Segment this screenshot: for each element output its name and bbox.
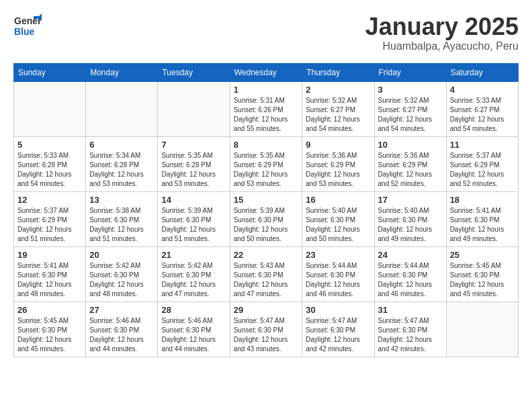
calendar-cell: 12Sunrise: 5:37 AM Sunset: 6:29 PM Dayli… — [14, 191, 86, 246]
day-number: 13 — [89, 195, 154, 205]
day-number: 14 — [161, 195, 226, 205]
weekday-header-thursday: Thursday — [302, 63, 374, 81]
day-info: Sunrise: 5:36 AM Sunset: 6:29 PM Dayligh… — [378, 151, 443, 189]
day-info: Sunrise: 5:43 AM Sunset: 6:30 PM Dayligh… — [234, 261, 299, 299]
day-number: 24 — [378, 250, 443, 260]
day-info: Sunrise: 5:45 AM Sunset: 6:30 PM Dayligh… — [17, 316, 82, 354]
calendar-cell: 5Sunrise: 5:33 AM Sunset: 6:28 PM Daylig… — [14, 136, 86, 191]
day-number: 9 — [306, 140, 370, 150]
day-number: 28 — [161, 305, 226, 315]
day-number: 18 — [450, 195, 515, 205]
calendar-cell: 23Sunrise: 5:44 AM Sunset: 6:30 PM Dayli… — [302, 246, 374, 302]
weekday-header-sunday: Sunday — [14, 63, 86, 81]
calendar-cell: 22Sunrise: 5:43 AM Sunset: 6:30 PM Dayli… — [230, 246, 302, 302]
calendar-cell: 20Sunrise: 5:42 AM Sunset: 6:30 PM Dayli… — [86, 246, 158, 302]
day-number: 30 — [306, 305, 370, 315]
day-number: 19 — [17, 250, 82, 260]
day-info: Sunrise: 5:32 AM Sunset: 6:27 PM Dayligh… — [378, 96, 443, 134]
day-info: Sunrise: 5:36 AM Sunset: 6:29 PM Dayligh… — [306, 151, 370, 189]
day-info: Sunrise: 5:35 AM Sunset: 6:28 PM Dayligh… — [161, 151, 226, 189]
day-info: Sunrise: 5:39 AM Sunset: 6:30 PM Dayligh… — [161, 206, 226, 244]
calendar-cell: 8Sunrise: 5:35 AM Sunset: 6:29 PM Daylig… — [230, 136, 302, 191]
weekday-header-wednesday: Wednesday — [230, 63, 302, 81]
day-number: 21 — [161, 250, 226, 260]
day-info: Sunrise: 5:42 AM Sunset: 6:30 PM Dayligh… — [161, 261, 226, 299]
calendar-week-5: 26Sunrise: 5:45 AM Sunset: 6:30 PM Dayli… — [14, 302, 519, 357]
day-info: Sunrise: 5:32 AM Sunset: 6:27 PM Dayligh… — [306, 96, 370, 134]
page-header: General Blue January 2025 Huambalpa, Aya… — [13, 13, 519, 52]
month-title: January 2025 — [365, 13, 519, 40]
calendar-cell — [158, 81, 230, 136]
day-info: Sunrise: 5:45 AM Sunset: 6:30 PM Dayligh… — [450, 261, 515, 299]
calendar-cell: 30Sunrise: 5:47 AM Sunset: 6:30 PM Dayli… — [302, 302, 374, 357]
calendar-cell — [86, 81, 158, 136]
calendar-cell: 31Sunrise: 5:47 AM Sunset: 6:30 PM Dayli… — [374, 302, 446, 357]
weekday-header-friday: Friday — [374, 63, 446, 81]
day-info: Sunrise: 5:41 AM Sunset: 6:30 PM Dayligh… — [17, 261, 82, 299]
day-number: 27 — [89, 305, 154, 315]
svg-text:Blue: Blue — [14, 26, 35, 37]
calendar-cell: 2Sunrise: 5:32 AM Sunset: 6:27 PM Daylig… — [302, 81, 374, 136]
weekday-header-tuesday: Tuesday — [158, 63, 230, 81]
day-number: 29 — [234, 305, 299, 315]
day-info: Sunrise: 5:46 AM Sunset: 6:30 PM Dayligh… — [89, 316, 154, 354]
day-info: Sunrise: 5:47 AM Sunset: 6:30 PM Dayligh… — [234, 316, 299, 354]
day-number: 23 — [306, 250, 370, 260]
day-number: 2 — [306, 85, 370, 95]
day-info: Sunrise: 5:40 AM Sunset: 6:30 PM Dayligh… — [378, 206, 443, 244]
day-info: Sunrise: 5:31 AM Sunset: 6:26 PM Dayligh… — [234, 96, 299, 134]
day-info: Sunrise: 5:34 AM Sunset: 6:28 PM Dayligh… — [89, 151, 154, 189]
calendar-cell: 7Sunrise: 5:35 AM Sunset: 6:28 PM Daylig… — [158, 136, 230, 191]
day-number: 1 — [234, 85, 299, 95]
calendar-cell: 25Sunrise: 5:45 AM Sunset: 6:30 PM Dayli… — [446, 246, 518, 302]
calendar-cell: 15Sunrise: 5:39 AM Sunset: 6:30 PM Dayli… — [230, 191, 302, 246]
day-number: 15 — [234, 195, 299, 205]
day-number: 22 — [234, 250, 299, 260]
calendar-cell: 19Sunrise: 5:41 AM Sunset: 6:30 PM Dayli… — [14, 246, 86, 302]
day-number: 4 — [450, 85, 515, 95]
day-number: 25 — [450, 250, 515, 260]
day-number: 20 — [89, 250, 154, 260]
day-info: Sunrise: 5:37 AM Sunset: 6:29 PM Dayligh… — [450, 151, 515, 189]
calendar-cell: 1Sunrise: 5:31 AM Sunset: 6:26 PM Daylig… — [230, 81, 302, 136]
calendar-cell — [14, 81, 86, 136]
calendar-cell: 13Sunrise: 5:38 AM Sunset: 6:30 PM Dayli… — [86, 191, 158, 246]
weekday-header-saturday: Saturday — [446, 63, 518, 81]
day-info: Sunrise: 5:42 AM Sunset: 6:30 PM Dayligh… — [89, 261, 154, 299]
calendar-cell: 24Sunrise: 5:44 AM Sunset: 6:30 PM Dayli… — [374, 246, 446, 302]
day-number: 3 — [378, 85, 443, 95]
logo: General Blue — [13, 13, 42, 39]
day-info: Sunrise: 5:44 AM Sunset: 6:30 PM Dayligh… — [378, 261, 443, 299]
day-number: 17 — [378, 195, 443, 205]
calendar-cell: 16Sunrise: 5:40 AM Sunset: 6:30 PM Dayli… — [302, 191, 374, 246]
calendar-cell: 10Sunrise: 5:36 AM Sunset: 6:29 PM Dayli… — [374, 136, 446, 191]
day-number: 8 — [234, 140, 299, 150]
location: Huambalpa, Ayacucho, Peru — [365, 40, 519, 52]
calendar-cell: 27Sunrise: 5:46 AM Sunset: 6:30 PM Dayli… — [86, 302, 158, 357]
calendar-cell: 14Sunrise: 5:39 AM Sunset: 6:30 PM Dayli… — [158, 191, 230, 246]
calendar-week-3: 12Sunrise: 5:37 AM Sunset: 6:29 PM Dayli… — [14, 191, 519, 246]
day-info: Sunrise: 5:33 AM Sunset: 6:28 PM Dayligh… — [17, 151, 82, 189]
calendar-cell — [446, 302, 518, 357]
calendar-cell: 17Sunrise: 5:40 AM Sunset: 6:30 PM Dayli… — [374, 191, 446, 246]
day-info: Sunrise: 5:37 AM Sunset: 6:29 PM Dayligh… — [17, 206, 82, 244]
calendar-cell: 6Sunrise: 5:34 AM Sunset: 6:28 PM Daylig… — [86, 136, 158, 191]
logo-icon: General Blue — [13, 13, 42, 39]
day-info: Sunrise: 5:40 AM Sunset: 6:30 PM Dayligh… — [306, 206, 370, 244]
day-number: 31 — [378, 305, 443, 315]
weekday-header-monday: Monday — [86, 63, 158, 81]
day-info: Sunrise: 5:47 AM Sunset: 6:30 PM Dayligh… — [378, 316, 443, 354]
day-number: 5 — [17, 140, 82, 150]
day-info: Sunrise: 5:39 AM Sunset: 6:30 PM Dayligh… — [234, 206, 299, 244]
day-number: 7 — [161, 140, 226, 150]
day-number: 12 — [17, 195, 82, 205]
calendar-cell: 28Sunrise: 5:46 AM Sunset: 6:30 PM Dayli… — [158, 302, 230, 357]
calendar-cell: 3Sunrise: 5:32 AM Sunset: 6:27 PM Daylig… — [374, 81, 446, 136]
calendar-cell: 9Sunrise: 5:36 AM Sunset: 6:29 PM Daylig… — [302, 136, 374, 191]
day-number: 6 — [89, 140, 154, 150]
calendar-cell: 11Sunrise: 5:37 AM Sunset: 6:29 PM Dayli… — [446, 136, 518, 191]
calendar-cell: 26Sunrise: 5:45 AM Sunset: 6:30 PM Dayli… — [14, 302, 86, 357]
day-info: Sunrise: 5:46 AM Sunset: 6:30 PM Dayligh… — [161, 316, 226, 354]
day-number: 10 — [378, 140, 443, 150]
calendar-cell: 29Sunrise: 5:47 AM Sunset: 6:30 PM Dayli… — [230, 302, 302, 357]
